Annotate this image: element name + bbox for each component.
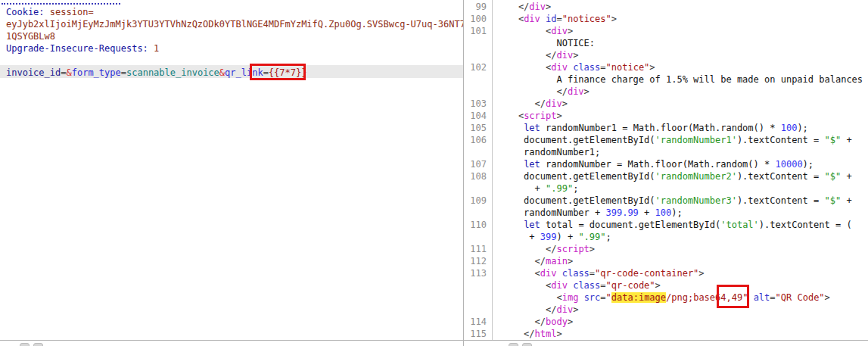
code-segment-text: + — [841, 195, 851, 206]
code-segment-text: A finance charge of 1.5% will be made on… — [496, 74, 868, 85]
code-segment-tag: body — [546, 316, 568, 327]
code-segment-text: + — [639, 207, 655, 218]
code-segment-attr: id — [546, 14, 556, 24]
code-segment-text: ) + — [556, 232, 578, 242]
code-segment-string: ".99" — [578, 232, 605, 242]
code-segment-text: ).textContent = ( — [759, 220, 852, 230]
code-segment-tag: div — [556, 50, 573, 61]
response-line: </main> — [496, 255, 573, 267]
code-segment-tag: html — [535, 329, 557, 339]
code-segment-string: 'total' — [720, 220, 759, 230]
line-number: 109 — [464, 195, 487, 207]
code-segment-amp: & — [219, 67, 225, 78]
response-line: </html> — [496, 328, 562, 340]
response-line: </div> — [496, 1, 551, 13]
code-segment-attr-value-highlight: data:image — [611, 292, 666, 303]
response-line: A finance charge of 1.5% will be made on… — [496, 73, 868, 86]
line-number: 107 — [464, 158, 487, 170]
code-segment-punct: = — [600, 280, 605, 291]
code-segment-text — [556, 268, 562, 279]
code-segment-punct: = — [557, 14, 562, 24]
code-segment-text — [496, 220, 524, 230]
code-segment-tag: script — [556, 244, 589, 254]
request-line: Cookie: session= — [6, 6, 94, 18]
line-number: 113 — [464, 267, 487, 279]
response-line: </script> — [496, 243, 595, 255]
code-segment-text: document.getElementById( — [496, 171, 655, 182]
code-segment-text — [496, 123, 524, 133]
code-segment-text: document.getElementById( — [496, 195, 655, 206]
code-segment-punct: < — [496, 62, 551, 73]
code-segment-punct: < — [496, 268, 540, 279]
code-segment-tag: main — [546, 256, 568, 267]
response-line: <div class="notice"> — [496, 61, 655, 73]
response-line: </div> — [496, 304, 578, 316]
code-segment-attr: class — [573, 62, 600, 73]
panel-divider[interactable] — [463, 0, 464, 346]
code-segment-tag: div — [568, 86, 584, 97]
response-line: </div> — [496, 49, 578, 61]
line-number: 99 — [464, 1, 487, 13]
code-segment-param-name: form_type — [72, 67, 121, 78]
code-segment-keyword: let — [524, 123, 540, 133]
response-toolbar-button-icon[interactable] — [522, 343, 532, 346]
code-segment-punct: = — [770, 292, 775, 303]
line-number: 112 — [464, 255, 487, 267]
code-segment-tag: div — [529, 2, 546, 12]
code-segment-tag: div — [546, 98, 562, 109]
response-line: <div class="qr-code-container"> — [496, 267, 705, 279]
code-segment-text: randomNumber = Math.floor(Math.random() … — [540, 159, 776, 170]
code-segment-attr-value: "notices" — [562, 14, 611, 24]
code-segment-text: document.getElementById( — [496, 135, 655, 145]
line-number: 104 — [464, 110, 487, 122]
response-line: </div> — [496, 98, 568, 110]
line-number: 110 — [464, 219, 487, 231]
code-segment-text: ).textContent = — [737, 135, 825, 145]
code-segment-text: randomNumber1 = Math.floor(Math.random()… — [540, 123, 781, 133]
code-segment-attr-value: "QR Code" — [776, 292, 825, 303]
code-segment-number: 100 — [781, 123, 798, 133]
request-toolbar-button-icon[interactable] — [20, 343, 30, 346]
code-segment-punct: > — [568, 316, 573, 327]
code-segment-header-value: 1 — [148, 43, 159, 54]
code-segment-punct: > — [556, 329, 562, 339]
response-line: NOTICE: — [496, 37, 595, 49]
code-segment-amp: & — [66, 67, 71, 78]
response-annotation-box — [717, 285, 749, 308]
code-segment-attr: class — [573, 280, 600, 291]
line-number: 106 — [464, 134, 487, 146]
code-segment-text: + — [496, 232, 540, 242]
response-toolbar-button-icon[interactable] — [509, 343, 518, 346]
gutter-separator — [492, 0, 493, 340]
code-segment-header-value: 1QSYGBLw8 — [6, 31, 55, 42]
code-segment-punct: = — [600, 62, 605, 73]
code-segment-tag: div — [556, 304, 573, 315]
request-toolbar-button-icon[interactable] — [33, 343, 43, 346]
code-segment-punct: < — [496, 111, 524, 121]
code-segment-tag: div — [551, 280, 568, 291]
code-segment-string: 'randomNumber1' — [655, 135, 737, 145]
code-segment-text — [540, 14, 546, 24]
code-segment-number: 399 — [540, 232, 557, 242]
code-segment-keyword: let — [524, 220, 540, 230]
code-segment-attr-value: "qr-code-container" — [595, 268, 698, 279]
response-source-panel[interactable]: </div> <div id="notices"> <div> NOTICE: … — [493, 0, 868, 346]
clipped-header-underline — [2, 0, 120, 5]
code-segment-text: ; — [573, 183, 578, 194]
code-segment-header-name: Cookie: — [6, 7, 45, 17]
request-editor-panel[interactable]: Cookie: session=eyJyb2xlIjoiMjEyMzJmMjk3… — [0, 0, 463, 346]
code-segment-equals: = — [121, 67, 126, 78]
code-segment-text: randomNumber1; — [496, 147, 600, 157]
code-segment-tag: div — [551, 62, 568, 73]
code-segment-param-name-dark: invoice_id — [6, 67, 61, 78]
code-segment-punct: </ — [496, 98, 546, 109]
request-line: eyJyb2xlIjoiMjEyMzJmMjk3YTU3YTVhNzQzODk0… — [6, 18, 463, 30]
code-segment-punct: > — [546, 2, 551, 12]
code-segment-punct: > — [584, 86, 590, 97]
code-segment-punct: > — [556, 111, 562, 121]
code-segment-punct: </ — [496, 244, 556, 254]
code-segment-text: + — [496, 183, 546, 194]
code-segment-punct: </ — [496, 50, 556, 61]
response-line: <div class="qr-code"> — [496, 279, 661, 291]
response-line: + 399) + ".99"; — [496, 231, 611, 243]
